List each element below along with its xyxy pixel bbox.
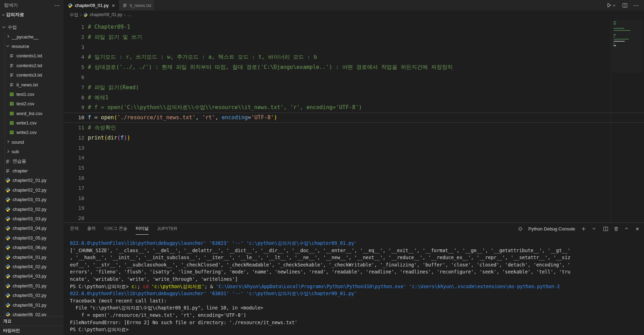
tab-chapter09_01.py[interactable]: chapter09_01.py× — [64, 0, 119, 10]
run-button[interactable] — [606, 2, 617, 8]
tree-item-chapter03_01.py[interactable]: chapter03_01.py — [0, 195, 64, 204]
code-line-20[interactable]: 20 — [64, 213, 644, 222]
code-line-16[interactable]: 16 — [64, 173, 644, 183]
tree-item-sub[interactable]: sub — [0, 147, 64, 156]
split-editor-button[interactable] — [622, 3, 628, 8]
terminal-instance-label[interactable]: Python Debug Console — [528, 226, 575, 231]
code-text — [84, 143, 88, 153]
tree-item-chapter03_06.py[interactable]: chapter03_06.py — [0, 243, 64, 252]
terminal-output[interactable]: 022.8.0\pythonFiles\lib\python\debugpy\l… — [64, 235, 644, 335]
code-line-10[interactable]: 10f = open('./resource/it_news.txt', 'rt… — [64, 113, 644, 123]
tree-item-test2.csv[interactable]: test2.csv — [0, 99, 64, 108]
code-line-8[interactable]: 8# 예제1 — [64, 93, 644, 103]
code-text — [84, 213, 88, 222]
code-line-12[interactable]: 12print(dir(f)) — [64, 133, 644, 143]
code-editor[interactable]: 1# Chapter09-12# 파일 읽기 및 쓰기34# 일기모드 : r,… — [64, 19, 644, 222]
terminal-dropdown-icon[interactable] — [592, 226, 597, 231]
new-terminal-button[interactable] — [581, 226, 586, 231]
tree-item-it_news.txt[interactable]: it_news.txt — [0, 80, 64, 89]
code-text: f = open('./resource/it_news.txt', 'rt',… — [84, 113, 277, 123]
sidebar-title: 탐색기 — [4, 2, 18, 8]
text-file-icon — [9, 72, 14, 78]
tree-item-chapter03_03.py[interactable]: chapter03_03.py — [0, 214, 64, 223]
tab-close-icon[interactable]: × — [112, 3, 115, 8]
workspace-root-label: 강의자료 — [6, 12, 24, 18]
tree-item-chapter04_01.py[interactable]: chapter04_01.py — [0, 252, 64, 262]
code-line-18[interactable]: 18 — [64, 193, 644, 204]
breadcrumb-item[interactable]: chapter09_01.py — [90, 12, 122, 17]
code-line-7[interactable]: 7# 파일 읽기(Read) — [64, 83, 644, 93]
panel-tab-터미널[interactable]: 터미널 — [136, 223, 149, 235]
tab-it_news.txt[interactable]: it_news.txt — [119, 0, 155, 10]
code-line-3[interactable]: 3 — [64, 42, 644, 52]
tree-item-label: chapter03_06.py — [13, 245, 47, 250]
tree-item-label: chapter04_02.py — [13, 264, 47, 269]
tree-item-chapter06_01.py[interactable]: chapter06_01.py — [0, 300, 64, 309]
panel-toolbar: Python Debug Console × — [518, 226, 639, 232]
breadcrumb-item[interactable]: 수업 — [70, 12, 78, 18]
tree-item-label: chapter — [13, 168, 28, 173]
minimap[interactable] — [612, 20, 643, 73]
section-outline[interactable]: 개요 — [0, 316, 64, 326]
kill-terminal-button[interactable] — [614, 226, 619, 231]
code-line-5[interactable]: 5# 상대경로('../, ./') : 현재 파일 위치부터 따짐, 절대 경… — [64, 62, 644, 72]
run-dropdown-icon[interactable] — [612, 3, 616, 7]
close-panel-icon[interactable]: × — [636, 226, 639, 232]
tree-item-chapter02_01.py[interactable]: chapter02_01.py — [0, 176, 64, 185]
tree-item-chapter06_02.py[interactable]: chapter06_02.py — [0, 310, 64, 316]
code-line-6[interactable]: 6 — [64, 72, 644, 83]
tree-item-chapter03_04.py[interactable]: chapter03_04.py — [0, 223, 64, 233]
panel-tab-JUPYTER[interactable]: JUPYTER — [157, 223, 177, 235]
code-line-15[interactable]: 15 — [64, 163, 644, 173]
tree-item-chapter03_02.py[interactable]: chapter03_02.py — [0, 204, 64, 214]
tree-item-word_list.csv[interactable]: word_list.csv — [0, 109, 64, 118]
code-line-9[interactable]: 9# f = open('C:\\python\\강의자료\\수업\\resou… — [64, 102, 644, 113]
sidebar-more-button[interactable]: ⋯ — [54, 2, 60, 9]
code-line-2[interactable]: 2# 파일 읽기 및 쓰기 — [64, 32, 644, 42]
tree-item-chapter02_02.py[interactable]: chapter02_02.py — [0, 185, 64, 195]
line-number: 11 — [64, 123, 84, 133]
panel-tab-디버그 콘솔[interactable]: 디버그 콘솔 — [104, 223, 127, 235]
chevron-right-icon — [5, 149, 11, 155]
tree-item-write1.csv[interactable]: write1.csv — [0, 118, 64, 128]
tree-item-chapter04_03.py[interactable]: chapter04_03.py — [0, 271, 64, 281]
tree-item-연습용[interactable]: 연습용 — [0, 156, 64, 166]
panel-tab-문제[interactable]: 문제 — [70, 223, 79, 235]
editor-area: chapter09_01.py×it_news.txt ⋯ 수업›chapter… — [64, 0, 644, 335]
tree-item-chapter04_02.py[interactable]: chapter04_02.py — [0, 262, 64, 271]
workspace-root[interactable]: 강의자료 — [0, 10, 64, 19]
breadcrumb-item[interactable]: … — [127, 12, 132, 17]
code-line-14[interactable]: 14 — [64, 153, 644, 163]
terminal-line: , '__hash__', '__init__', '__init_subcla… — [70, 254, 644, 261]
split-terminal-button[interactable] — [603, 226, 608, 231]
tree-item-chapter05_01.py[interactable]: chapter05_01.py — [0, 281, 64, 291]
tree-item-contents2.txt[interactable]: contents2.txt — [0, 61, 64, 70]
code-line-13[interactable]: 13 — [64, 143, 644, 153]
python-icon — [5, 216, 10, 221]
tree-item-contents3.txt[interactable]: contents3.txt — [0, 70, 64, 80]
code-line-19[interactable]: 19 — [64, 203, 644, 213]
breadcrumb-separator-icon: › — [124, 12, 125, 17]
code-text — [84, 72, 88, 83]
code-line-4[interactable]: 4# 일기모드 : r, 쓰기모드 : w, 추가모드 : a, 텍스트 모드 … — [64, 52, 644, 62]
section-outline-label: 개요 — [3, 318, 12, 324]
file-tree: 수업__pycache__resourcecontents1.txtconten… — [0, 19, 64, 316]
tree-item-test1.csv[interactable]: test1.csv — [0, 90, 64, 99]
tree-item-수업[interactable]: 수업 — [0, 22, 64, 32]
code-line-1[interactable]: 1# Chapter09-1 — [64, 22, 644, 32]
tree-item-label: chapter03_03.py — [13, 216, 47, 221]
section-timeline[interactable]: 타임라인 — [0, 326, 64, 335]
tree-item-sound[interactable]: sound — [0, 137, 64, 147]
tree-item-chapter05_02.py[interactable]: chapter05_02.py — [0, 291, 64, 300]
panel-tab-출력[interactable]: 출력 — [87, 223, 96, 235]
tree-item-write2.csv[interactable]: write2.csv — [0, 128, 64, 137]
editor-more-button[interactable]: ⋯ — [633, 2, 639, 9]
tree-item-chapter03_05.py[interactable]: chapter03_05.py — [0, 233, 64, 243]
code-line-11[interactable]: 11# 속성확인 — [64, 123, 644, 133]
tree-item-contents1.txt[interactable]: contents1.txt — [0, 51, 64, 60]
tree-item-resource[interactable]: resource — [0, 42, 64, 51]
maximize-panel-icon[interactable] — [624, 226, 630, 231]
tree-item-chapter[interactable]: chapter — [0, 166, 64, 176]
tree-item-__pycache__[interactable]: __pycache__ — [0, 32, 64, 41]
code-line-17[interactable]: 17 — [64, 183, 644, 193]
